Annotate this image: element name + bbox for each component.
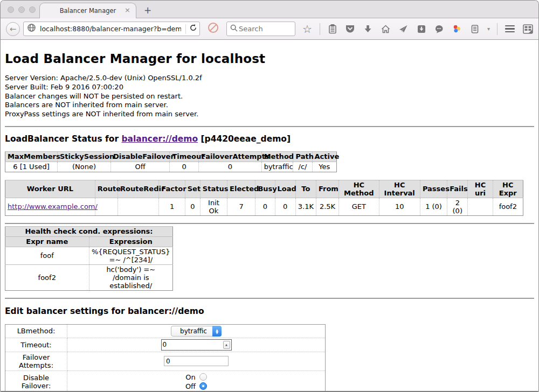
lbmethod-select[interactable]: bytraffic ▲▼: [171, 326, 222, 337]
table-cell: foof2: [493, 198, 523, 215]
tab-title: Balancer Manager: [60, 7, 116, 15]
table-header-cell: StickySession: [57, 151, 110, 162]
table-header-cell: HC Method: [339, 180, 379, 198]
table-cell: 7: [227, 198, 255, 215]
edit-balancer-form: LBmethod: bytraffic ▲▼ Timeout:: [5, 324, 326, 392]
table-cell: 6 [1 Used]: [5, 162, 58, 172]
status-heading-suffix: [p4420eeae_demo]: [198, 134, 291, 144]
table-title-row: Health check cond. expressions:: [5, 226, 173, 236]
table-row: http://www.example.com/ 1 0 Init Ok 7 0 …: [5, 198, 523, 215]
failover-attempts-input[interactable]: [164, 356, 229, 366]
balancer-demo-link[interactable]: balancer://demo: [121, 134, 198, 144]
url-input[interactable]: [39, 24, 182, 33]
table-header-cell: HC Interval: [379, 180, 420, 198]
radio-on-label: On: [185, 373, 195, 381]
table-header-cell: DisableFailover: [111, 151, 170, 162]
pocket-icon[interactable]: [345, 23, 356, 35]
proxypass-note-line: ProxyPass settings are NOT inherited fro…: [5, 110, 534, 119]
lbmethod-label: LBmethod:: [5, 324, 67, 338]
status-heading-prefix: LoadBalancer Status for: [5, 134, 121, 144]
browser-window: Balancer Manager × + ←: [0, 0, 539, 392]
section-divider: [5, 298, 534, 299]
tab-balancer-manager[interactable]: Balancer Manager ×: [39, 3, 136, 18]
toolbar-divider-2: [497, 23, 497, 35]
bookmark-star-icon[interactable]: ☆: [302, 23, 313, 35]
worker-url-link[interactable]: http://www.example.com/: [8, 202, 98, 211]
table-header-cell: FailoverAttempts: [199, 151, 262, 162]
back-arrow-icon: ←: [10, 24, 17, 34]
form-row-lbmethod: LBmethod: bytraffic ▲▼: [5, 324, 326, 338]
radio-off-label: Off: [185, 382, 196, 390]
table-cell: [468, 198, 493, 215]
zoom-window-button[interactable]: [29, 6, 36, 13]
toolbar-icons: ☆: [302, 23, 533, 35]
table-header-row: MaxMembers StickySession DisableFailover…: [5, 151, 337, 162]
table-cell: /c/: [293, 162, 312, 172]
table-cell: [95, 198, 118, 215]
table-cell: hc('body') =~ /domain is established/: [89, 264, 173, 290]
url-bar[interactable]: [23, 22, 200, 36]
tab-strip: Balancer Manager × +: [1, 1, 538, 18]
chat-smiley-icon[interactable]: [434, 23, 445, 35]
table-header-cell: To: [295, 180, 316, 198]
table-cell: http://www.example.com/: [5, 198, 95, 215]
server-info: Server Version: Apache/2.5.0-dev (Unix) …: [5, 74, 534, 119]
table-cell: 0: [199, 162, 262, 172]
table-cell: 2.5K: [316, 198, 338, 215]
content-blocker-icon[interactable]: [208, 22, 219, 36]
table-header-cell: Timeout: [170, 151, 199, 162]
search-input[interactable]: [238, 24, 292, 33]
table-cell: 1: [159, 198, 185, 215]
back-button[interactable]: ←: [6, 22, 20, 36]
table-cell: 0: [275, 198, 295, 215]
persist-note-line: Balancer changes will NOT be persisted o…: [5, 92, 534, 101]
number-spinner-icon[interactable]: ▲: [223, 341, 230, 349]
downloads-icon[interactable]: [363, 23, 374, 35]
status-heading: LoadBalancer Status for balancer://demo …: [5, 134, 534, 144]
container-icon[interactable]: [469, 23, 480, 35]
home-icon[interactable]: [381, 23, 391, 35]
edit-settings-heading: Edit balancer settings for balancer://de…: [5, 306, 534, 316]
form-row-disable-failover: Disable Failover: On Off: [5, 370, 326, 392]
tab-close-icon[interactable]: ×: [125, 6, 130, 13]
table-cell: [118, 198, 159, 215]
close-window-button[interactable]: [8, 6, 14, 13]
failover-attempts-label: Failover Attempts:: [5, 352, 67, 370]
reload-icon[interactable]: [189, 24, 197, 34]
timeout-input-frame: ▲: [161, 339, 232, 351]
form-row-timeout: Timeout: ▲: [5, 338, 326, 352]
table-header-cell: Fails: [447, 180, 468, 198]
page-content: Load Balancer Manager for localhost Serv…: [1, 40, 538, 392]
table-row: 6 [1 Used] (None) Off 0 0 bytraffic /c/ …: [5, 162, 337, 172]
table-header-cell: Load: [275, 180, 295, 198]
disable-failover-on-radio[interactable]: [199, 373, 207, 381]
timeout-input[interactable]: [162, 341, 223, 348]
clipboard-icon[interactable]: [327, 23, 338, 35]
container-caret-icon[interactable]: ▾: [487, 26, 490, 32]
table-cell: Yes: [312, 162, 336, 172]
table-cell: foof2: [5, 264, 89, 290]
menu-hamburger-icon[interactable]: [505, 23, 515, 35]
window-controls[interactable]: [8, 6, 36, 13]
disable-failover-off-radio[interactable]: [199, 382, 207, 390]
table-row: foof %{REQUEST_STATUS} =~ /^[234]/: [5, 247, 173, 264]
health-table-title: Health check cond. expressions:: [5, 226, 173, 236]
form-row-failover: Failover Attempts:: [5, 352, 326, 370]
extension-download-icon[interactable]: [416, 23, 427, 35]
send-icon[interactable]: [398, 23, 409, 35]
table-cell: 0: [170, 162, 199, 172]
table-header-cell: Expr name: [5, 236, 89, 247]
server-version-line: Server Version: Apache/2.5.0-dev (Unix) …: [5, 74, 534, 83]
search-bar[interactable]: [226, 22, 295, 36]
table-cell: 10: [379, 198, 420, 215]
search-icon: [230, 24, 238, 34]
new-tab-button[interactable]: +: [144, 5, 151, 16]
table-header-cell: Path: [293, 151, 312, 162]
colorful-dots-icon[interactable]: [452, 23, 462, 35]
table-header-cell: HC uri: [468, 180, 493, 198]
sidebar-grid-icon[interactable]: [522, 23, 533, 35]
minimize-window-button[interactable]: [18, 6, 25, 13]
globe-icon: [27, 23, 36, 34]
server-built-line: Server Built: Feb 9 2016 07:00:20: [5, 83, 534, 92]
health-check-table: Health check cond. expressions: Expr nam…: [5, 226, 173, 291]
